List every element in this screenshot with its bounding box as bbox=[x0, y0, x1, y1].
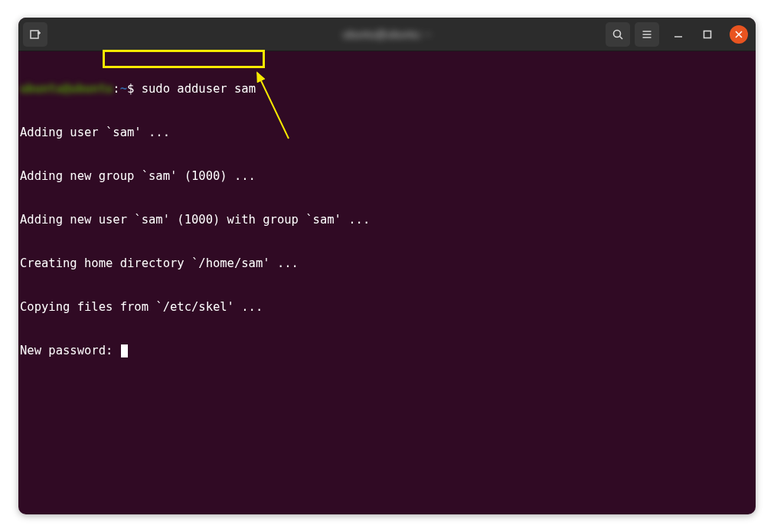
menu-button[interactable] bbox=[635, 22, 659, 47]
close-icon bbox=[735, 31, 743, 38]
maximize-icon bbox=[703, 30, 712, 39]
minimize-icon bbox=[674, 30, 683, 39]
svg-rect-0 bbox=[31, 31, 38, 38]
svg-point-3 bbox=[614, 30, 621, 37]
search-button[interactable] bbox=[606, 22, 630, 47]
output-line: Adding user `sam' ... bbox=[20, 126, 756, 140]
terminal-body[interactable]: ubuntu@ubuntu:~$ sudo adduser sam Adding… bbox=[18, 51, 756, 387]
new-tab-button[interactable] bbox=[23, 22, 47, 47]
prompt-path: ~ bbox=[120, 82, 127, 96]
hamburger-icon bbox=[641, 28, 653, 41]
window-title: ubuntu@ubuntu: ~ bbox=[343, 28, 432, 41]
search-icon bbox=[612, 28, 624, 41]
prompt-dollar: $ bbox=[127, 82, 142, 96]
output-line: New password: bbox=[20, 344, 756, 358]
terminal-window: ubuntu@ubuntu: ~ bbox=[18, 18, 756, 514]
prompt-line: ubuntu@ubuntu:~$ sudo adduser sam bbox=[20, 82, 756, 96]
command-text: sudo adduser sam bbox=[142, 82, 256, 96]
close-button[interactable] bbox=[730, 25, 748, 44]
output-line: Copying files from `/etc/skel' ... bbox=[20, 300, 756, 315]
output-line: Adding new user `sam' (1000) with group … bbox=[20, 213, 756, 227]
cursor bbox=[121, 344, 128, 357]
minimize-button[interactable] bbox=[668, 24, 688, 44]
password-prompt: New password: bbox=[20, 344, 120, 357]
new-tab-icon bbox=[29, 28, 41, 41]
maximize-button[interactable] bbox=[697, 24, 717, 44]
prompt-separator: : bbox=[113, 82, 119, 96]
output-line: Adding new group `sam' (1000) ... bbox=[20, 169, 756, 184]
svg-rect-9 bbox=[704, 31, 711, 38]
titlebar: ubuntu@ubuntu: ~ bbox=[18, 18, 756, 51]
output-line: Creating home directory `/home/sam' ... bbox=[20, 256, 756, 271]
svg-line-4 bbox=[620, 36, 623, 39]
prompt-user: ubuntu@ubuntu bbox=[20, 82, 113, 96]
